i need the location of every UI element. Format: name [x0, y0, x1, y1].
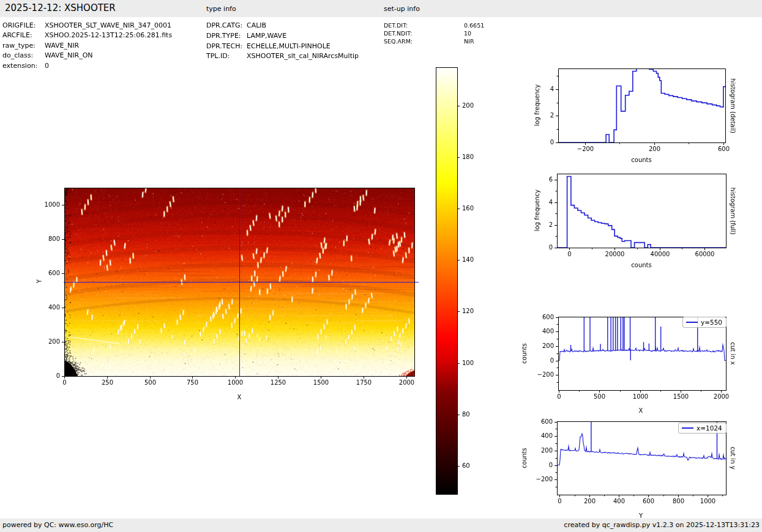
- type-info-block: DPR.CATG:CALIBDPR.TYPE:LAMP,WAVEDPR.TECH…: [206, 21, 359, 62]
- footer-bar: powered by QC: www.eso.org/HC created by…: [0, 519, 762, 532]
- page-title: 2025-12-12: XSHOOTER: [5, 2, 116, 13]
- info-label: extension:: [2, 61, 45, 71]
- info-label: do_class:: [2, 51, 45, 61]
- footer-right-text: created by qc_rawdisp.py v1.2.3 on 2025-…: [564, 519, 760, 532]
- info-row: DPR.TYPE:LAMP,WAVE: [206, 31, 359, 42]
- footer-left-text: powered by QC: www.eso.org/HC: [2, 519, 113, 532]
- info-row: SEQ.ARM:NIR: [384, 37, 484, 45]
- info-label: DPR.TYPE:: [206, 31, 247, 42]
- cut-x-y-axis-label: counts: [521, 343, 528, 363]
- info-row: ORIGFILE:XSHOOTER_SLT_WAVE_NIR_347_0001: [2, 21, 172, 31]
- info-label: ARCFILE:: [2, 31, 45, 40]
- info-row: ARCFILE:XSHOO.2025-12-13T12:25:06.281.fi…: [2, 31, 172, 40]
- cut-x-legend-label: y=550: [701, 319, 722, 326]
- hist-detail-y-axis-label: log frequency: [534, 84, 540, 127]
- main-x-axis-label: X: [237, 394, 242, 401]
- hist-full-x-axis-label: counts: [631, 262, 651, 268]
- info-label: TPL.ID:: [206, 51, 247, 62]
- info-label: DPR.TECH:: [206, 42, 247, 52]
- info-value: 0: [45, 62, 49, 70]
- info-label: DET.NDIT:: [384, 29, 464, 37]
- info-row: raw_type:WAVE_NIR: [2, 41, 172, 51]
- info-row: DET.NDIT:10: [384, 29, 484, 37]
- info-value: XSHOO.2025-12-13T12:25:06.281.fits: [45, 31, 172, 39]
- info-label: DPR.CATG:: [206, 21, 247, 31]
- hist-detail-x-axis-label: counts: [631, 157, 651, 163]
- info-label: ORIGFILE:: [2, 21, 45, 31]
- info-row: extension:0: [2, 61, 172, 71]
- cut-y-legend: x=1024: [678, 423, 727, 434]
- info-label: raw_type:: [2, 41, 45, 51]
- cut-y-side-label: cut in y: [730, 446, 736, 469]
- info-value: LAMP,WAVE: [247, 32, 286, 40]
- legend-line-sample: [686, 322, 698, 323]
- info-row: DPR.TECH:ECHELLE,MULTI-PINHOLE: [206, 42, 359, 52]
- info-value: 10: [464, 30, 471, 37]
- cut-x-side-label: cut in x: [730, 342, 736, 364]
- info-value: WAVE_NIR_ON: [45, 51, 93, 59]
- main-y-axis-label: Y: [36, 279, 43, 283]
- hist-full-side-label: histogram (full): [730, 187, 736, 234]
- info-value: ECHELLE,MULTI-PINHOLE: [247, 42, 331, 50]
- cut-y-legend-label: x=1024: [697, 424, 722, 432]
- info-value: 0.6651: [464, 22, 484, 29]
- info-label: DET.DIT:: [384, 21, 464, 29]
- hist-full-y-axis-label: log frequency: [534, 190, 540, 232]
- cut-x-legend: y=550: [682, 317, 727, 328]
- info-value: CALIB: [247, 21, 266, 29]
- info-row: TPL.ID:XSHOOTER_slt_cal_NIRArcsMultip: [206, 51, 359, 62]
- hist-detail-side-label: histogram (detail): [730, 78, 736, 133]
- cut-y-y-axis-label: counts: [521, 448, 528, 468]
- info-row: do_class:WAVE_NIR_ON: [2, 51, 172, 61]
- legend-line-sample: [682, 427, 693, 429]
- info-value: XSHOOTER_SLT_WAVE_NIR_347_0001: [45, 21, 171, 29]
- setup-info-heading: set-up info: [384, 5, 420, 13]
- info-row: DPR.CATG:CALIB: [206, 21, 359, 31]
- file-info-block: ORIGFILE:XSHOOTER_SLT_WAVE_NIR_347_0001A…: [2, 21, 172, 71]
- info-value: NIR: [464, 38, 474, 45]
- setup-info-block: DET.DIT:0.6651DET.NDIT:10SEQ.ARM:NIR: [384, 21, 484, 45]
- info-row: DET.DIT:0.6651: [384, 21, 484, 29]
- info-label: SEQ.ARM:: [384, 37, 464, 45]
- qc-report-page: 2025-12-12: XSHOOTER type info set-up in…: [0, 0, 762, 532]
- cut-x-x-axis-label: X: [639, 407, 643, 414]
- info-value: WAVE_NIR: [45, 42, 79, 50]
- type-info-heading: type info: [206, 5, 236, 13]
- info-value: XSHOOTER_slt_cal_NIRArcsMultip: [247, 52, 359, 60]
